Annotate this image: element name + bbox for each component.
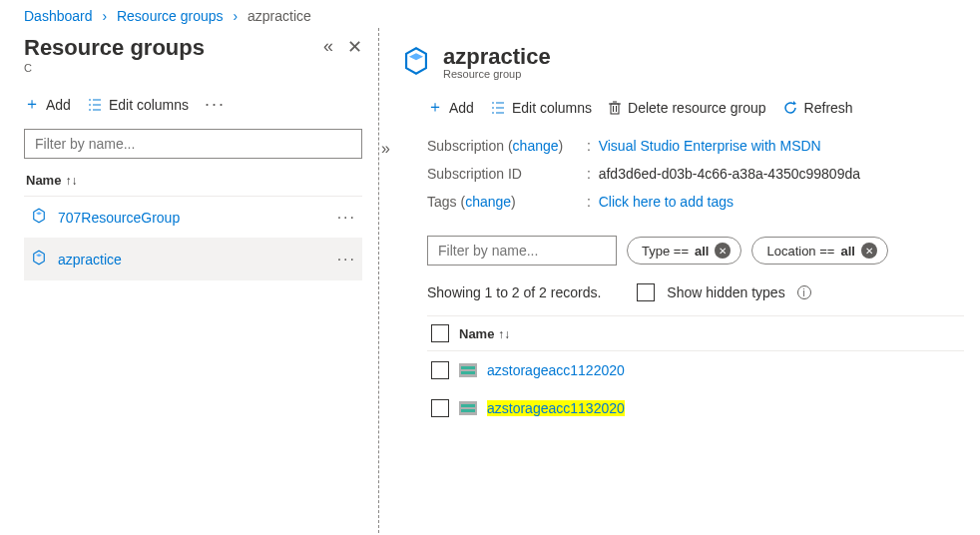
item-more-icon[interactable]: ···: [337, 209, 356, 227]
row-checkbox[interactable]: [431, 361, 449, 379]
storage-account-icon: [459, 401, 477, 415]
chevron-right-icon: ›: [96, 8, 113, 24]
refresh-label: Refresh: [804, 100, 853, 116]
add-label: Add: [46, 97, 71, 113]
breadcrumb: Dashboard › Resource groups › azpractice: [0, 0, 980, 28]
sort-icon: ↑↓: [65, 174, 77, 188]
location-filter-pill[interactable]: Location == all ✕: [751, 237, 887, 265]
subscription-label: Subscription (change): [427, 138, 587, 154]
plus-icon: ＋: [24, 94, 40, 115]
svg-rect-22: [461, 409, 475, 412]
chevron-right-icon: ›: [227, 8, 244, 24]
resource-row[interactable]: azstorageacc1132020: [427, 389, 964, 427]
resource-name: azstorageacc1132020: [487, 400, 625, 416]
svg-rect-20: [459, 401, 477, 415]
type-filter-value: all: [695, 244, 709, 259]
trash-icon: [608, 100, 622, 116]
edit-columns-label: Edit columns: [512, 100, 592, 116]
clear-icon[interactable]: ✕: [715, 243, 731, 259]
columns-icon: [490, 101, 506, 115]
row-checkbox[interactable]: [431, 399, 449, 417]
resource-group-icon: [399, 44, 433, 81]
resource-group-item[interactable]: azpractice ···: [24, 239, 362, 280]
breadcrumb-item[interactable]: Resource groups: [117, 8, 224, 24]
subscription-id-value: afd3d6ed-d03b-4c66-a38a-4350c99809da: [599, 166, 860, 182]
show-hidden-checkbox[interactable]: [637, 283, 655, 301]
tags-value[interactable]: Click here to add tags: [599, 194, 734, 210]
edit-columns-label: Edit columns: [109, 97, 189, 113]
subscription-value[interactable]: Visual Studio Enterprise with MSDN: [599, 138, 821, 154]
records-count: Showing 1 to 2 of 2 records.: [427, 284, 601, 300]
type-filter-prefix: Type ==: [642, 244, 689, 259]
filter-input[interactable]: [24, 129, 362, 159]
resource-group-detail-panel: azpractice Resource group ＋ Add Edit col…: [379, 28, 980, 533]
resource-group-item[interactable]: 707ResourceGroup ···: [24, 197, 362, 239]
delete-label: Delete resource group: [628, 100, 766, 116]
resource-row[interactable]: azstorageacc1122020: [427, 351, 964, 389]
change-link[interactable]: change: [465, 194, 511, 210]
svg-rect-17: [459, 363, 477, 377]
add-label: Add: [449, 100, 474, 116]
storage-account-icon: [459, 363, 477, 377]
delete-button[interactable]: Delete resource group: [608, 100, 766, 116]
select-all-checkbox[interactable]: [431, 324, 449, 342]
svg-rect-21: [461, 404, 475, 407]
edit-columns-button[interactable]: Edit columns: [87, 97, 189, 113]
resource-group-name: 707ResourceGroup: [58, 210, 180, 226]
change-link[interactable]: change: [513, 138, 559, 154]
detail-title: azpractice: [443, 45, 551, 68]
add-button[interactable]: ＋ Add: [427, 97, 474, 118]
svg-rect-18: [461, 366, 475, 369]
edit-columns-button[interactable]: Edit columns: [490, 100, 592, 116]
panel-title: Resource groups: [24, 36, 205, 60]
subscription-id-label: Subscription ID: [427, 166, 587, 182]
refresh-button[interactable]: Refresh: [782, 100, 853, 116]
add-button[interactable]: ＋ Add: [24, 94, 71, 115]
resource-groups-panel: Resource groups C « ✕ ＋ Add Edit columns…: [0, 28, 379, 533]
resource-group-icon: [30, 249, 48, 269]
panel-subtitle: C: [24, 62, 205, 74]
type-filter-pill[interactable]: Type == all ✕: [627, 237, 741, 265]
resource-group-icon: [30, 207, 48, 228]
resource-group-name: azpractice: [58, 252, 122, 268]
collapse-icon[interactable]: «: [323, 36, 333, 58]
close-icon[interactable]: ✕: [347, 36, 362, 58]
item-more-icon[interactable]: ···: [337, 251, 356, 268]
plus-icon: ＋: [427, 97, 443, 118]
resource-name: azstorageacc1122020: [487, 362, 625, 378]
location-filter-prefix: Location ==: [766, 244, 834, 259]
tags-label: Tags (change): [427, 194, 587, 210]
expand-icon[interactable]: »: [381, 140, 390, 158]
info-icon[interactable]: i: [797, 285, 811, 299]
column-header-name[interactable]: Name ↑↓: [24, 159, 362, 197]
column-label: Name: [459, 326, 494, 341]
sort-icon: ↑↓: [498, 327, 510, 341]
detail-subtitle: Resource group: [443, 68, 551, 80]
show-hidden-label: Show hidden types: [667, 284, 784, 300]
columns-icon: [87, 98, 103, 112]
location-filter-value: all: [840, 244, 854, 259]
more-icon[interactable]: ···: [205, 94, 226, 115]
column-header-name[interactable]: Name ↑↓: [459, 326, 510, 341]
svg-rect-12: [611, 104, 619, 114]
clear-icon[interactable]: ✕: [861, 243, 877, 259]
refresh-icon: [782, 100, 798, 116]
svg-rect-19: [461, 371, 475, 374]
resource-filter-input[interactable]: [427, 236, 617, 266]
breadcrumb-item[interactable]: Dashboard: [24, 8, 93, 24]
column-label: Name: [26, 173, 61, 188]
breadcrumb-item-current[interactable]: azpractice: [247, 8, 311, 24]
